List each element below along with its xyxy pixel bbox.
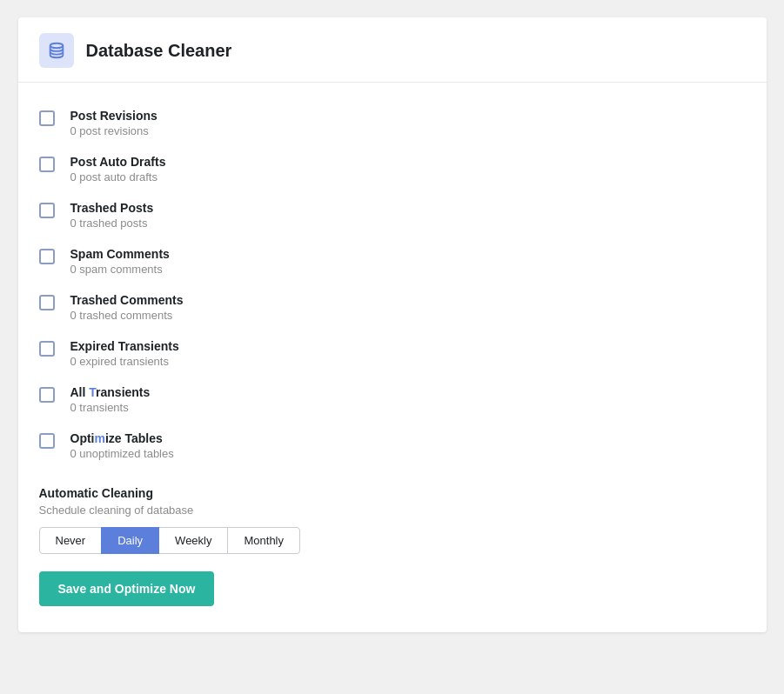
post-auto-drafts-sublabel: 0 post auto drafts	[70, 170, 166, 184]
save-section: Save and Optimize Now	[18, 554, 767, 606]
trashed-posts-sublabel: 0 trashed posts	[70, 217, 154, 230]
svg-point-0	[50, 43, 63, 49]
expired-transients-checkbox[interactable]	[39, 341, 55, 357]
automatic-cleaning-title: Automatic Cleaning	[39, 486, 746, 500]
items-list: Post Revisions 0 post revisions Post Aut…	[18, 83, 767, 469]
post-revisions-checkbox[interactable]	[39, 110, 55, 126]
automatic-cleaning-section: Automatic Cleaning Schedule cleaning of …	[18, 469, 767, 554]
schedule-buttons-group: Never Daily Weekly Monthly	[39, 527, 746, 554]
trashed-posts-checkbox[interactable]	[39, 203, 55, 218]
list-item: Optimize Tables 0 unoptimized tables	[39, 423, 746, 469]
list-item: Post Revisions 0 post revisions	[39, 100, 746, 146]
list-item: Trashed Comments 0 trashed comments	[39, 284, 746, 330]
save-optimize-button[interactable]: Save and Optimize Now	[39, 571, 215, 606]
page-title: Database Cleaner	[86, 41, 232, 61]
spam-comments-label: Spam Comments	[70, 247, 170, 261]
list-item: All Transients 0 transients	[39, 377, 746, 423]
database-icon	[39, 33, 74, 68]
post-revisions-label: Post Revisions	[70, 109, 157, 123]
spam-comments-checkbox[interactable]	[39, 249, 55, 264]
list-item: Trashed Posts 0 trashed posts	[39, 192, 746, 238]
optimize-tables-sublabel: 0 unoptimized tables	[70, 447, 174, 460]
spam-comments-sublabel: 0 spam comments	[70, 263, 170, 276]
trashed-comments-checkbox[interactable]	[39, 295, 55, 310]
optimize-tables-checkbox[interactable]	[39, 433, 55, 449]
card-header: Database Cleaner	[18, 17, 767, 83]
schedule-monthly-button[interactable]: Monthly	[227, 527, 300, 554]
post-auto-drafts-label: Post Auto Drafts	[70, 155, 166, 169]
trashed-comments-label: Trashed Comments	[70, 293, 184, 307]
automatic-cleaning-subtitle: Schedule cleaning of database	[39, 504, 746, 517]
database-cleaner-card: Database Cleaner Post Revisions 0 post r…	[18, 17, 767, 632]
trashed-comments-sublabel: 0 trashed comments	[70, 309, 184, 322]
post-revisions-sublabel: 0 post revisions	[70, 124, 157, 137]
optimize-tables-label: Optimize Tables	[70, 431, 174, 445]
expired-transients-sublabel: 0 expired transients	[70, 355, 179, 368]
all-transients-sublabel: 0 transients	[70, 401, 151, 414]
trashed-posts-label: Trashed Posts	[70, 201, 154, 215]
expired-transients-label: Expired Transients	[70, 339, 179, 353]
all-transients-checkbox[interactable]	[39, 387, 55, 403]
schedule-daily-button[interactable]: Daily	[101, 527, 159, 554]
list-item: Post Auto Drafts 0 post auto drafts	[39, 146, 746, 192]
post-auto-drafts-checkbox[interactable]	[39, 157, 55, 172]
schedule-weekly-button[interactable]: Weekly	[158, 527, 228, 554]
list-item: Expired Transients 0 expired transients	[39, 330, 746, 377]
all-transients-label: All Transients	[70, 385, 151, 399]
list-item: Spam Comments 0 spam comments	[39, 238, 746, 284]
schedule-never-button[interactable]: Never	[39, 527, 103, 554]
